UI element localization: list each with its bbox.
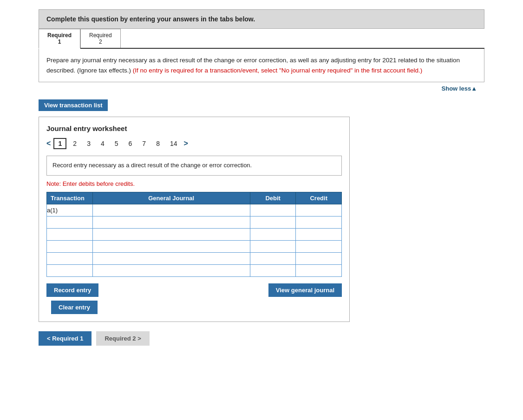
cell-debit-3[interactable] bbox=[250, 228, 296, 240]
cell-debit-6[interactable] bbox=[250, 264, 296, 276]
show-less-button[interactable]: Show less▲ bbox=[39, 82, 484, 95]
page-8[interactable]: 8 bbox=[152, 139, 163, 148]
cell-credit-6[interactable] bbox=[296, 264, 342, 276]
table-row bbox=[47, 240, 342, 252]
table-row bbox=[47, 264, 342, 276]
tab-2-label-top: Required bbox=[89, 32, 112, 39]
journal-table: Transaction General Journal Debit Credit… bbox=[46, 192, 342, 277]
page-2[interactable]: 2 bbox=[69, 139, 80, 148]
clear-entry-button[interactable]: Clear entry bbox=[51, 301, 98, 314]
tabs-row: Required 1 Required 2 bbox=[39, 29, 484, 49]
page-14[interactable]: 14 bbox=[166, 139, 181, 148]
table-row bbox=[47, 252, 342, 264]
view-transaction-list-button[interactable]: View transaction list bbox=[39, 99, 108, 111]
view-general-journal-button[interactable]: View general journal bbox=[268, 283, 342, 297]
input-credit-5[interactable] bbox=[296, 253, 341, 264]
cell-credit-4[interactable] bbox=[296, 240, 342, 252]
cell-debit-1[interactable] bbox=[250, 204, 296, 216]
input-journal-2[interactable] bbox=[93, 217, 250, 228]
page-3[interactable]: 3 bbox=[83, 139, 94, 148]
cell-journal-6[interactable] bbox=[92, 264, 250, 276]
input-credit-2[interactable] bbox=[296, 217, 341, 228]
input-debit-2[interactable] bbox=[250, 217, 296, 228]
cell-debit-2[interactable] bbox=[250, 216, 296, 228]
cell-transaction-6 bbox=[47, 264, 93, 276]
cell-transaction-1: a(1) bbox=[47, 204, 93, 216]
cell-debit-5[interactable] bbox=[250, 252, 296, 264]
page-next-button[interactable]: > bbox=[184, 139, 188, 148]
page-prev-button[interactable]: < bbox=[46, 139, 51, 148]
input-credit-4[interactable] bbox=[296, 241, 341, 252]
tab-2-label-bottom: 2 bbox=[89, 39, 112, 45]
input-debit-1[interactable] bbox=[250, 204, 296, 216]
required-1-nav-button[interactable]: < Required 1 bbox=[39, 331, 92, 346]
cell-journal-5[interactable] bbox=[92, 252, 250, 264]
worksheet-title: Journal entry worksheet bbox=[46, 125, 342, 132]
col-header-credit: Credit bbox=[296, 192, 342, 204]
cell-journal-1[interactable] bbox=[92, 204, 250, 216]
cell-credit-1[interactable] bbox=[296, 204, 342, 216]
input-credit-1[interactable] bbox=[296, 204, 341, 216]
tab-1-label-top: Required bbox=[47, 32, 72, 39]
input-journal-3[interactable] bbox=[93, 229, 250, 240]
input-credit-6[interactable] bbox=[296, 265, 341, 276]
col-header-transaction: Transaction bbox=[47, 192, 93, 204]
page-1[interactable]: 1 bbox=[53, 138, 66, 149]
input-debit-5[interactable] bbox=[250, 253, 296, 264]
worksheet-container: Journal entry worksheet < 1 2 3 4 5 6 7 … bbox=[39, 117, 350, 322]
table-row: a(1) bbox=[47, 204, 342, 216]
input-debit-6[interactable] bbox=[250, 265, 296, 276]
cell-debit-4[interactable] bbox=[250, 240, 296, 252]
table-row bbox=[47, 228, 342, 240]
description-red-text: (If no entry is required for a transacti… bbox=[133, 67, 422, 74]
instruction-banner: Complete this question by entering your … bbox=[39, 9, 484, 29]
input-debit-3[interactable] bbox=[250, 229, 296, 240]
cell-credit-2[interactable] bbox=[296, 216, 342, 228]
cell-credit-5[interactable] bbox=[296, 252, 342, 264]
cell-journal-2[interactable] bbox=[92, 216, 250, 228]
entry-description: Record entry necessary as a direct resul… bbox=[46, 156, 342, 176]
cell-transaction-3 bbox=[47, 228, 93, 240]
cell-journal-4[interactable] bbox=[92, 240, 250, 252]
input-journal-4[interactable] bbox=[93, 241, 250, 252]
input-journal-6[interactable] bbox=[93, 265, 250, 276]
note-text: Note: Enter debits before credits. bbox=[46, 180, 342, 187]
input-debit-4[interactable] bbox=[250, 241, 296, 252]
page-4[interactable]: 4 bbox=[97, 139, 108, 148]
input-journal-1[interactable] bbox=[93, 204, 250, 216]
col-header-general-journal: General Journal bbox=[92, 192, 250, 204]
table-row bbox=[47, 216, 342, 228]
tab-required-2[interactable]: Required 2 bbox=[80, 29, 121, 48]
cell-journal-3[interactable] bbox=[92, 228, 250, 240]
pagination-row: < 1 2 3 4 5 6 7 8 14 > bbox=[46, 138, 342, 149]
required-2-nav-button[interactable]: Required 2 > bbox=[96, 331, 149, 346]
page-7[interactable]: 7 bbox=[138, 139, 150, 148]
tab-required-1[interactable]: Required 1 bbox=[39, 29, 80, 49]
cell-transaction-5 bbox=[47, 252, 93, 264]
cell-credit-3[interactable] bbox=[296, 228, 342, 240]
cell-transaction-2 bbox=[47, 216, 93, 228]
description-box: Prepare any journal entry necessary as a… bbox=[39, 49, 484, 82]
page-6[interactable]: 6 bbox=[125, 139, 136, 148]
col-header-debit: Debit bbox=[250, 192, 296, 204]
bottom-nav-row: < Required 1 Required 2 > bbox=[39, 331, 484, 346]
record-entry-button[interactable]: Record entry bbox=[46, 283, 98, 297]
page-5[interactable]: 5 bbox=[111, 139, 122, 148]
input-credit-3[interactable] bbox=[296, 229, 341, 240]
input-journal-5[interactable] bbox=[93, 253, 250, 264]
cell-transaction-4 bbox=[47, 240, 93, 252]
tab-1-label-bottom: 1 bbox=[47, 39, 72, 45]
